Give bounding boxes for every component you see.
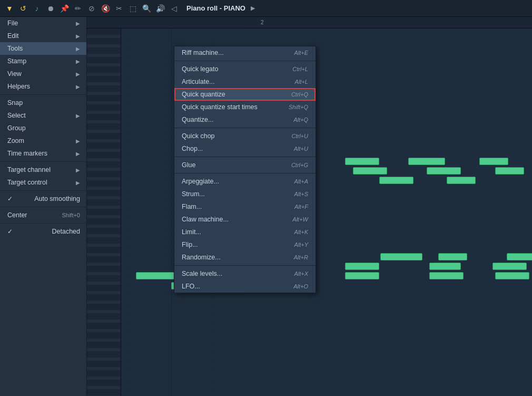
submenu-item-claw-machine[interactable]: Claw machine... Alt+W [174,213,316,226]
note-b5-2 [447,177,476,184]
note-c6-2 [427,167,461,175]
submenu-item-chop[interactable]: Chop... Alt+U [174,142,316,155]
submenu-item-arpeggiate[interactable]: Arpeggiate... Alt+A [174,175,316,188]
pin-icon[interactable]: 📌 [59,3,70,14]
sidebar-item-helpers[interactable]: Helpers ▶ [0,80,86,93]
note-c5-4 [429,272,464,279]
record-icon[interactable]: ⏺ [45,3,56,14]
sidebar: File ▶ Edit ▶ Tools ▶ Stamp ▶ View ▶ Hel… [0,17,87,396]
helpers-arrow: ▶ [76,84,80,90]
sub-sep-1 [174,61,316,61]
submenu-item-articulate[interactable]: Articulate... Alt+L [174,75,316,88]
submenu-item-flam[interactable]: Flam... Alt+F [174,200,316,213]
note-d6-1 [345,158,379,165]
sidebar-item-select[interactable]: Select ▶ [0,109,86,122]
target-channel-arrow: ▶ [76,167,80,173]
separator-5 [0,223,86,224]
sidebar-item-center[interactable]: Center Shift+0 [0,209,86,221]
separator-2 [0,161,86,162]
submenu-item-quick-chop[interactable]: Quick chop Ctrl+U [174,130,316,142]
time-markers-arrow: ▶ [76,151,80,157]
sidebar-item-snap[interactable]: Snap [0,96,86,109]
sidebar-item-group[interactable]: Group [0,122,86,134]
eraser-icon[interactable]: ⊘ [86,3,97,14]
note-c5-5 [495,272,529,279]
save-icon[interactable]: ♪ [32,3,42,14]
mute-icon[interactable]: 🔇 [100,3,111,14]
select-arrow: ▶ [76,113,80,119]
speaker2-icon[interactable]: ◁ [169,3,179,14]
main-area: File ▶ Edit ▶ Tools ▶ Stamp ▶ View ▶ Hel… [0,17,532,396]
undo-icon[interactable]: ↺ [18,3,28,14]
note-d5-2 [429,263,461,270]
sidebar-item-edit[interactable]: Edit ▶ [0,30,86,42]
roll-area: 2 C5 C6 [87,17,532,396]
edit-arrow: ▶ [76,33,80,39]
submenu-item-riff-machine[interactable]: Riff machine... Alt+E [174,46,316,59]
note-d5-1 [345,263,379,270]
sidebar-item-target-channel[interactable]: Target channel ▶ [0,163,86,176]
sidebar-item-file[interactable]: File ▶ [0,17,86,30]
submenu-item-flip[interactable]: Flip... Alt+Y [174,238,316,251]
window-title: Piano roll - PIANO [186,4,245,12]
tools-submenu: Riff machine... Alt+E Quick legato Ctrl+… [174,46,316,293]
note-b5-1 [379,177,413,184]
titlebar: ▼ ↺ ♪ ⏺ 📌 ✏ ⊘ 🔇 ✂ ⬚ 🔍 🔊 ◁ Piano roll - P… [0,0,532,17]
sidebar-item-view[interactable]: View ▶ [0,67,86,80]
submenu-item-randomize[interactable]: Randomize... Alt+R [174,251,316,264]
sub-sep-2 [174,128,316,128]
center-shortcut: Shift+0 [62,212,80,218]
note-c6-1 [353,167,387,175]
tools-arrow: ▶ [76,46,80,52]
sub-sep-4 [174,173,316,173]
piano-keys: C5 C6 [87,28,121,396]
note-d5-3 [492,263,527,270]
select-icon[interactable]: ⬚ [127,3,138,14]
zoom-icon[interactable]: 🔍 [141,3,152,14]
submenu-item-strum[interactable]: Strum... Alt+S [174,188,316,200]
sub-sep-5 [174,265,316,266]
submenu-item-limit[interactable]: Limit... Alt+K [174,226,316,238]
sidebar-item-detached[interactable]: ✓ Detached [0,225,86,238]
sidebar-item-zoom[interactable]: Zoom ▶ [0,134,86,147]
submenu-item-quick-legato[interactable]: Quick legato Ctrl+L [174,63,316,75]
note-c5-3 [345,272,379,279]
sidebar-item-auto-smoothing[interactable]: ✓ Auto smoothing [0,192,86,205]
zoom-arrow: ▶ [76,138,80,144]
piano-key-stripes [87,28,121,396]
note-e5-2 [438,253,467,260]
ruler-mark-2: 2 [261,20,264,25]
submenu-item-scale-levels[interactable]: Scale levels... Alt+X [174,267,316,280]
sidebar-item-tools[interactable]: Tools ▶ [0,42,86,55]
roll-ruler: 2 [87,17,532,28]
note-d6-3 [479,158,508,165]
submenu-item-lfo[interactable]: LFO... Alt+O [174,280,316,293]
submenu-item-glue[interactable]: Glue Ctrl+G [174,159,316,171]
slice-icon[interactable]: ✂ [114,3,124,14]
separator-3 [0,190,86,191]
stamp-arrow: ▶ [76,59,80,64]
title-arrow: ▶ [251,5,255,12]
speaker-icon[interactable]: 🔊 [155,3,165,14]
submenu-item-quick-quantize[interactable]: Quick quantize Ctrl+Q [174,88,316,101]
submenu-item-quick-quantize-start[interactable]: Quick quantize start times Shift+Q [174,101,316,113]
note-e5-3 [507,253,532,260]
sub-sep-3 [174,157,316,157]
file-arrow: ▶ [76,21,80,26]
note-e5-1 [380,253,422,260]
separator-1 [0,94,86,95]
separator-4 [0,207,86,207]
mode-icon[interactable]: ✏ [73,3,83,14]
sidebar-item-stamp[interactable]: Stamp ▶ [0,55,86,67]
view-arrow: ▶ [76,71,80,77]
menu-icon[interactable]: ▼ [4,3,15,14]
detached-check: ✓ [7,228,13,235]
submenu-item-quantize[interactable]: Quantize... Alt+Q [174,113,316,126]
sidebar-item-target-control[interactable]: Target control ▶ [0,176,86,189]
note-d6-2 [408,158,445,165]
target-control-arrow: ▶ [76,180,80,186]
auto-smoothing-check: ✓ [7,195,13,202]
sidebar-item-time-markers[interactable]: Time markers ▶ [0,147,86,160]
note-c6-3 [495,167,524,175]
